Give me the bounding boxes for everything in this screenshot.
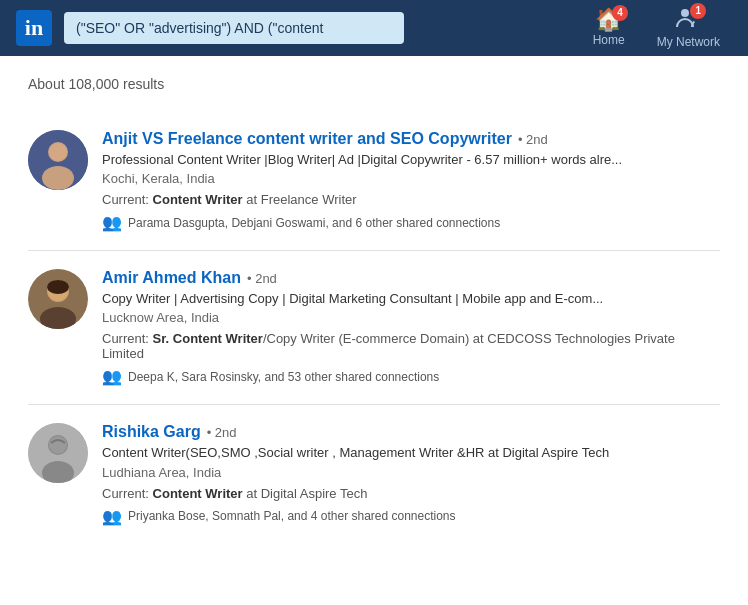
- profile-name-line: Anjit VS Freelance content writer and SE…: [102, 130, 720, 148]
- search-results-main: About 108,000 results Anjit VS Freelance…: [0, 56, 748, 605]
- svg-point-5: [49, 143, 67, 161]
- current-rest: at Freelance Writer: [243, 192, 357, 207]
- profile-current: Current: Content Writer at Freelance Wri…: [102, 192, 720, 207]
- connection-degree: • 2nd: [247, 271, 277, 286]
- mynetwork-icon: 1: [676, 7, 700, 33]
- connections-icon: 👥: [102, 507, 122, 526]
- profile-info: Rishika Garg • 2nd Content Writer(SEO,SM…: [102, 423, 720, 525]
- connections-text: Priyanka Bose, Somnath Pal, and 4 other …: [128, 509, 456, 523]
- connections-icon: 👥: [102, 213, 122, 232]
- home-label: Home: [593, 33, 625, 47]
- shared-connections: 👥 Deepa K, Sara Rosinsky, and 53 other s…: [102, 367, 720, 386]
- svg-point-0: [681, 9, 689, 17]
- profile-current: Current: Content Writer at Digital Aspir…: [102, 486, 720, 501]
- current-rest: at Digital Aspire Tech: [243, 486, 368, 501]
- avatar: [28, 269, 88, 329]
- search-input[interactable]: [64, 12, 404, 44]
- profile-location: Ludhiana Area, India: [102, 465, 720, 480]
- svg-point-10: [47, 280, 69, 294]
- profile-info: Anjit VS Freelance content writer and SE…: [102, 130, 720, 232]
- home-icon: 🏠 4: [595, 9, 622, 31]
- profile-name[interactable]: Amir Ahmed Khan: [102, 269, 241, 287]
- profile-card: Rishika Garg • 2nd Content Writer(SEO,SM…: [28, 405, 720, 543]
- linkedin-logo[interactable]: in: [16, 10, 52, 46]
- profile-location: Kochi, Kerala, India: [102, 171, 720, 186]
- profile-name-line: Amir Ahmed Khan • 2nd: [102, 269, 720, 287]
- avatar: [28, 423, 88, 483]
- profile-current: Current: Sr. Content Writer/Copy Writer …: [102, 331, 720, 361]
- connections-text: Deepa K, Sara Rosinsky, and 53 other sha…: [128, 370, 439, 384]
- profile-headline: Content Writer(SEO,SMO ,Social writer , …: [102, 444, 720, 462]
- current-prefix: Current:: [102, 192, 149, 207]
- mynetwork-label: My Network: [657, 35, 720, 49]
- profile-headline: Copy Writer | Advertising Copy | Digital…: [102, 290, 720, 308]
- profile-name[interactable]: Rishika Garg: [102, 423, 201, 441]
- header-nav: 🏠 4 Home 1 My Network: [581, 0, 732, 57]
- profile-headline: Professional Content Writer |Blog Writer…: [102, 151, 720, 169]
- profile-card: Amir Ahmed Khan • 2nd Copy Writer | Adve…: [28, 251, 720, 405]
- current-role: Sr. Content Writer: [153, 331, 263, 346]
- svg-point-4: [42, 166, 74, 190]
- svg-point-14: [49, 436, 67, 454]
- connections-text: Parama Dasgupta, Debjani Goswami, and 6 …: [128, 216, 500, 230]
- current-role: Content Writer: [153, 192, 243, 207]
- profile-location: Lucknow Area, India: [102, 310, 720, 325]
- current-prefix: Current:: [102, 331, 149, 346]
- current-prefix: Current:: [102, 486, 149, 501]
- shared-connections: 👥 Parama Dasgupta, Debjani Goswami, and …: [102, 213, 720, 232]
- connections-icon: 👥: [102, 367, 122, 386]
- nav-mynetwork[interactable]: 1 My Network: [645, 0, 732, 57]
- connection-degree: • 2nd: [207, 425, 237, 440]
- logo-text: in: [25, 15, 43, 41]
- profile-info: Amir Ahmed Khan • 2nd Copy Writer | Adve…: [102, 269, 720, 386]
- connection-degree: • 2nd: [518, 132, 548, 147]
- shared-connections: 👥 Priyanka Bose, Somnath Pal, and 4 othe…: [102, 507, 720, 526]
- avatar: [28, 130, 88, 190]
- header: in 🏠 4 Home 1 My Network: [0, 0, 748, 56]
- profile-name-line: Rishika Garg • 2nd: [102, 423, 720, 441]
- nav-home[interactable]: 🏠 4 Home: [581, 1, 637, 55]
- profile-name[interactable]: Anjit VS Freelance content writer and SE…: [102, 130, 512, 148]
- profile-card: Anjit VS Freelance content writer and SE…: [28, 112, 720, 251]
- mynetwork-badge: 1: [690, 3, 706, 19]
- current-role: Content Writer: [153, 486, 243, 501]
- home-badge: 4: [612, 5, 628, 21]
- results-count: About 108,000 results: [28, 76, 720, 92]
